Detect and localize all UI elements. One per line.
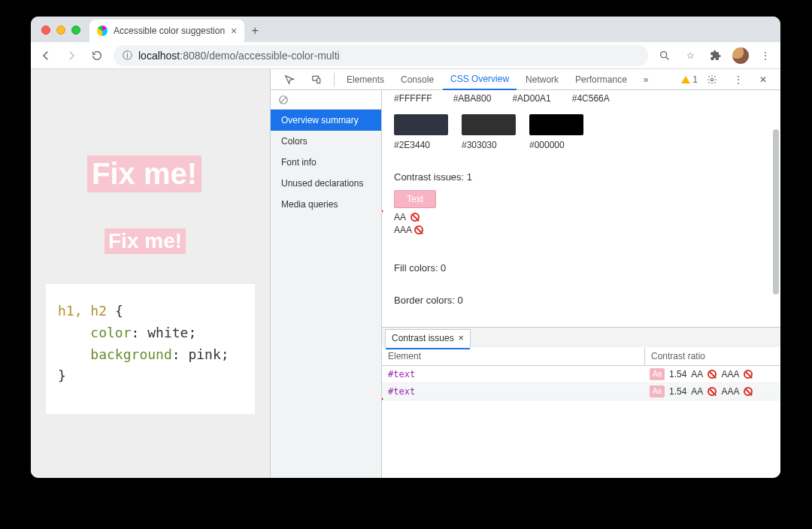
browser-tab[interactable]: Accessible color suggestion × (89, 20, 244, 42)
reload-button[interactable] (88, 47, 106, 65)
profile-avatar[interactable] (732, 47, 749, 64)
color-swatch[interactable]: #2E3440 (394, 114, 448, 150)
fail-icon (707, 370, 717, 379)
tab-console[interactable]: Console (393, 69, 441, 90)
tab-title: Accessible color suggestion (114, 26, 225, 36)
fail-icon (414, 225, 423, 234)
svg-rect-3 (317, 78, 320, 83)
css-overview-content: #FFFFFF #ABA800 #AD00A1 #4C566A #2E3440 (382, 90, 780, 478)
contrast-sample-icon: Aa (650, 385, 665, 398)
tab-performance[interactable]: Performance (568, 69, 635, 90)
devtools-tabs: Elements Console CSS Overview Network Pe… (271, 69, 780, 90)
inspect-icon[interactable] (277, 69, 302, 90)
window-controls (31, 26, 89, 42)
css-overview-sidebar: Overview summary Colors Font info Unused… (271, 90, 382, 478)
page-h1: Fix me! (87, 156, 201, 192)
close-devtools-icon[interactable]: ✕ (752, 69, 774, 90)
page-h2: Fix me! (105, 228, 186, 254)
contrast-pill[interactable]: Text (394, 190, 436, 208)
aaa-label: AAA (394, 225, 411, 235)
browser-window: Accessible color suggestion × + ⓘ localh… (31, 17, 780, 478)
table-row[interactable]: #text Aa 1.54 AA AAA (382, 383, 780, 401)
tab-css-overview[interactable]: CSS Overview (443, 69, 517, 90)
col-contrast-ratio: Contrast ratio (645, 347, 780, 365)
clear-overview-icon[interactable] (271, 90, 381, 110)
color-swatch[interactable]: #000000 (529, 114, 583, 150)
contrast-issues-tab[interactable]: Contrast issues × (385, 329, 471, 348)
sidebar-item-colors[interactable]: Colors (271, 131, 381, 152)
devtools-panel: Elements Console CSS Overview Network Pe… (270, 69, 780, 478)
minimize-window-icon[interactable] (56, 26, 65, 35)
hex-label: #AD00A1 (512, 93, 550, 104)
svg-line-1 (666, 57, 668, 59)
close-tab-icon[interactable]: × (231, 25, 237, 37)
svg-point-4 (710, 78, 714, 81)
tab-network[interactable]: Network (518, 69, 566, 90)
titlebar: Accessible color suggestion × + (31, 17, 780, 42)
browser-toolbar: ⓘ localhost:8080/demo/accessible-color-m… (31, 42, 780, 69)
svg-point-0 (661, 51, 667, 57)
fail-icon (707, 387, 717, 396)
browser-menu-icon[interactable]: ⋮ (756, 47, 774, 65)
fill-heading: Fill colors: 0 (394, 262, 768, 274)
page-viewport: Fix me! Fix me! h1, h2 { color: white; b… (31, 69, 270, 478)
table-row[interactable]: #text Aa 1.54 AA AAA (382, 366, 780, 383)
zoom-icon[interactable] (656, 47, 674, 65)
scrollbar-thumb[interactable] (773, 129, 779, 295)
contrast-sample-icon: Aa (650, 368, 665, 380)
url-host: localhost:8080/demo/accessible-color-mul… (138, 50, 340, 62)
close-tab-icon[interactable]: × (459, 333, 464, 343)
warning-icon (681, 76, 690, 83)
fail-icon (411, 213, 420, 222)
url-bar[interactable]: ⓘ localhost:8080/demo/accessible-color-m… (114, 45, 648, 66)
back-button[interactable] (37, 47, 55, 65)
aa-label: AA (394, 212, 405, 222)
fail-icon (744, 387, 753, 396)
tabs-overflow-icon[interactable]: » (636, 69, 656, 90)
sidebar-item-font[interactable]: Font info (271, 152, 381, 173)
fail-icon (744, 370, 753, 379)
hex-label: #4C566A (572, 93, 610, 104)
tab-elements[interactable]: Elements (339, 69, 392, 90)
col-element: Element (382, 347, 645, 365)
bookmark-icon[interactable]: ☆ (681, 47, 699, 65)
code-sample: h1, h2 { color: white; background: pink;… (46, 284, 255, 414)
sidebar-item-summary[interactable]: Overview summary (271, 110, 381, 131)
color-swatch[interactable]: #303030 (462, 114, 516, 150)
svg-line-6 (280, 96, 286, 102)
contrast-heading: Contrast issues: 1 (394, 171, 768, 183)
table-header: Element Contrast ratio (382, 347, 780, 366)
maximize-window-icon[interactable] (71, 26, 80, 35)
settings-icon[interactable] (699, 69, 725, 90)
new-tab-button[interactable]: + (244, 20, 265, 42)
forward-button[interactable] (62, 47, 80, 65)
extensions-icon[interactable] (707, 47, 725, 65)
contrast-issues-panel: Contrast issues × Element Contrast ratio… (382, 327, 780, 478)
device-toggle-icon[interactable] (304, 69, 329, 90)
hex-label: #ABA800 (453, 93, 492, 104)
issue-count[interactable]: 1 (681, 74, 698, 85)
close-window-icon[interactable] (41, 26, 50, 35)
hex-label: #FFFFFF (394, 93, 432, 104)
devtools-menu-icon[interactable]: ⋮ (726, 69, 750, 90)
sidebar-item-unused[interactable]: Unused declarations (271, 173, 381, 194)
border-heading: Border colors: 0 (394, 295, 768, 306)
favicon-icon (97, 26, 108, 36)
site-info-icon[interactable]: ⓘ (123, 49, 132, 62)
sidebar-item-media[interactable]: Media queries (271, 194, 381, 215)
